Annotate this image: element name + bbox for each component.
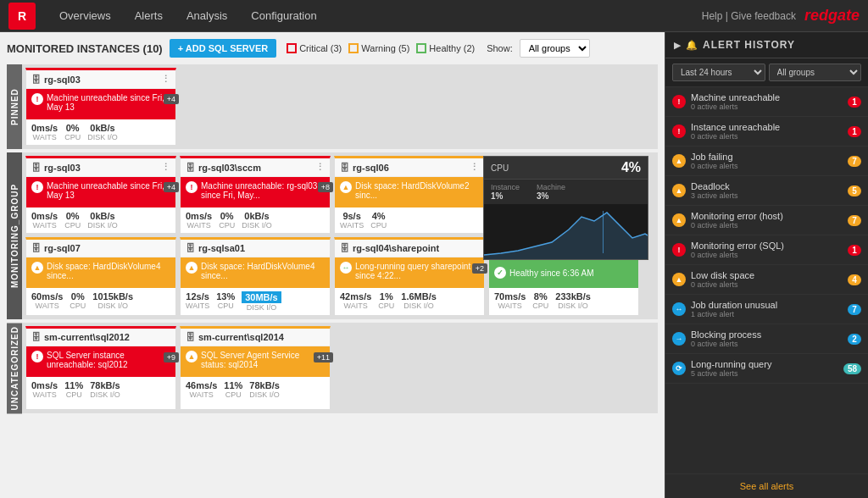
healthy-label: Healthy (2) bbox=[429, 43, 475, 53]
stat-disk: 30MB/sDISK I/O bbox=[242, 291, 281, 312]
alert-title: Monitoring error (SQL) bbox=[691, 241, 843, 251]
card-stats: 12s/sWAITS 13%CPU 30MB/sDISK I/O bbox=[181, 288, 330, 315]
card-name: rg-sql03\sccm bbox=[198, 163, 261, 173]
legend-critical: Critical (3) bbox=[287, 43, 342, 53]
group-filter-select[interactable]: All groups bbox=[769, 64, 862, 81]
alert-sub: 0 active alerts bbox=[691, 102, 843, 111]
add-sql-server-button[interactable]: + ADD SQL SERVER bbox=[170, 39, 276, 58]
alert-long-running-query[interactable]: ⟳ Long-running query 5 active alerts 58 bbox=[665, 354, 868, 384]
alert-row-text: Low disk space 0 active alerts bbox=[691, 270, 843, 289]
alert-monitoring-error-host[interactable]: ▲ Monitoring error (host) 0 active alert… bbox=[665, 206, 868, 235]
alert-low-disk[interactable]: ▲ Low disk space 0 active alerts 4 bbox=[665, 265, 868, 295]
tooltip-instance-val: 1% bbox=[491, 191, 520, 201]
tooltip-cpu-val: 4% bbox=[621, 160, 641, 175]
alert-count: 2 bbox=[848, 334, 861, 345]
tooltip-machine-label: Machine bbox=[537, 183, 565, 191]
card-menu[interactable]: ⋮ bbox=[470, 162, 479, 173]
tooltip-title: CPU bbox=[491, 163, 509, 173]
uncategorized-cards: 🗄 sm-current\sql2012 ! SQL Server instan… bbox=[22, 323, 658, 413]
alert-text: Disk space: HardDiskVolume4 since... bbox=[201, 262, 325, 280]
alert-count: 7 bbox=[848, 215, 861, 226]
alert-job-duration[interactable]: ↔ Job duration unusual 1 active alert 7 bbox=[665, 295, 868, 324]
card-rg-sql07[interactable]: 🗄 rg-sql07 ▲ Disk space: HardDiskVolume4… bbox=[25, 237, 176, 316]
card-badge: 4 bbox=[164, 94, 179, 104]
groups-select[interactable]: All groups bbox=[520, 39, 590, 58]
stat-label: DISK I/O bbox=[87, 133, 118, 141]
alert-count: 7 bbox=[848, 304, 861, 315]
card-rg-sql04-sharepoint[interactable]: 🗄 rg-sql04\sharepoint ↔ Long-running que… bbox=[334, 237, 485, 316]
tooltip-body: Instance 1% Machine 3% bbox=[484, 180, 648, 204]
alert-row-text: Job failing 0 active alerts bbox=[691, 152, 843, 170]
card-sm-sql2014[interactable]: 🗄 sm-current\sql2014 ▲ SQL Server Agent … bbox=[180, 326, 331, 410]
card-name: sm-current\sql2014 bbox=[198, 332, 284, 342]
tooltip-instance: Instance 1% bbox=[491, 183, 520, 201]
alert-title: Deadlock bbox=[691, 181, 843, 191]
card-rg-sql03-mon[interactable]: 🗄 rg-sql03 ⋮ ! Machine unreachable since… bbox=[25, 156, 176, 234]
alert-row-text: Instance unreachable 0 active alerts bbox=[691, 122, 843, 141]
alert-monitoring-error-sql[interactable]: ! Monitoring error (SQL) 0 active alerts… bbox=[665, 235, 868, 265]
card-rg-sql03-pinned[interactable]: 🗄 rg-sql03 ⋮ ! Machine unreachable since… bbox=[25, 68, 176, 146]
card-name: rg-sql04\sharepoint bbox=[353, 243, 439, 253]
uncategorized-section: UNCATEGORIZED 🗄 sm-current\sql2012 ! SQL… bbox=[7, 323, 658, 413]
nav-alerts[interactable]: Alerts bbox=[123, 0, 175, 32]
monitoring-error-sql-icon: ! bbox=[672, 243, 686, 257]
blocking-process-icon: → bbox=[672, 332, 686, 346]
card-menu[interactable]: ⋮ bbox=[161, 74, 170, 85]
card-header: 🗄 rg-sql04\sharepoint bbox=[335, 240, 484, 257]
card-header: 🗄 sm-current\sql2014 bbox=[181, 329, 330, 346]
card-header: 🗄 rg-sqlsa01 bbox=[181, 240, 330, 257]
card-stats: 70ms/sWAITS 8%CPU 233kB/sDISK I/O bbox=[489, 288, 638, 313]
stat-val: 0kB/s bbox=[90, 123, 114, 133]
alert-text: Long-running query sharepoint since 4:22… bbox=[355, 262, 479, 280]
alert-title: Monitoring error (host) bbox=[691, 211, 843, 221]
alert-count: 1 bbox=[848, 97, 861, 108]
nav-overviews[interactable]: Overviews bbox=[47, 0, 123, 32]
alert-machine-unreachable[interactable]: ! Machine unreachable 0 active alerts 1 bbox=[665, 87, 868, 117]
db-icon: 🗄 bbox=[186, 332, 195, 342]
alert-instance-unreachable[interactable]: ! Instance unreachable 0 active alerts 1 bbox=[665, 117, 868, 147]
alert-deadlock[interactable]: ▲ Deadlock 3 active alerts 5 bbox=[665, 176, 868, 206]
card-alert: ▲ Disk space: HardDiskVolume4 since... bbox=[26, 257, 175, 288]
card-menu[interactable]: ⋮ bbox=[161, 162, 170, 173]
stat-disk: 0kB/sDISK I/O bbox=[242, 211, 272, 230]
card-header: 🗄 rg-sql03 ⋮ bbox=[26, 70, 175, 89]
stat-cpu: 8%CPU bbox=[532, 291, 548, 310]
low-disk-icon: ▲ bbox=[672, 273, 686, 286]
card-badge: 2 bbox=[472, 263, 487, 274]
legend-warning: Warning (5) bbox=[348, 43, 409, 53]
db-icon: 🗄 bbox=[31, 332, 41, 342]
alert-job-failing[interactable]: ▲ Job failing 0 active alerts 7 bbox=[665, 147, 868, 176]
main-area: MONITORED INSTANCES (10) + ADD SQL SERVE… bbox=[0, 32, 868, 498]
legend-healthy: Healthy (2) bbox=[416, 43, 475, 53]
see-all-alerts-link[interactable]: See all alerts bbox=[740, 481, 794, 491]
card-alert: ✓ Healthy since 6:36 AM bbox=[489, 257, 638, 288]
card-rg-sql03-sccm[interactable]: 🗄 rg-sql03\sccm ⋮ ! Machine unreachable:… bbox=[180, 156, 331, 234]
card-name: rg-sql03 bbox=[44, 163, 81, 173]
alert-sub: 0 active alerts bbox=[691, 251, 843, 259]
nav-analysis[interactable]: Analysis bbox=[175, 0, 239, 32]
card-menu[interactable]: ⋮ bbox=[315, 162, 325, 173]
card-sm-sql2012[interactable]: 🗄 sm-current\sql2012 ! SQL Server instan… bbox=[25, 326, 176, 410]
cpu-tooltip: CPU 4% Instance 1% Machine 3% bbox=[483, 156, 648, 260]
alert-sub: 5 active alerts bbox=[691, 369, 838, 378]
job-duration-icon: ↔ bbox=[672, 302, 686, 316]
card-rg-sqlsa01[interactable]: 🗄 rg-sqlsa01 ▲ Disk space: HardDiskVolum… bbox=[180, 237, 331, 316]
help-link[interactable]: Help | Give feedback bbox=[702, 10, 796, 22]
tooltip-machine: Machine 3% bbox=[537, 183, 565, 201]
alert-text: Disk space: HardDiskVolume2 sinc... bbox=[355, 181, 479, 200]
card-badge: 8 bbox=[318, 182, 333, 192]
card-rg-sql06[interactable]: 🗄 rg-sql06 ⋮ ▲ Disk space: HardDiskVolum… bbox=[334, 156, 485, 234]
stat-waits: 46ms/sWAITS bbox=[186, 380, 217, 399]
nav-configuration[interactable]: Configuration bbox=[239, 0, 328, 32]
card-name: rg-sql03 bbox=[44, 75, 81, 85]
card-name: rg-sql07 bbox=[44, 243, 81, 253]
alert-title: Long-running query bbox=[691, 359, 838, 369]
stat-disk: 233kB/sDISK I/O bbox=[555, 291, 591, 310]
stat-disk: 78kB/sDISK I/O bbox=[90, 380, 120, 399]
card-stats: 0ms/sWAITS 0%CPU 0kB/sDISK I/O bbox=[181, 208, 330, 233]
stat-cpu: 11%CPU bbox=[64, 380, 83, 399]
alert-blocking-process[interactable]: → Blocking process 0 active alerts 2 bbox=[665, 324, 868, 354]
stat-disk: 0kB/sDISK I/O bbox=[87, 211, 118, 230]
time-filter-select[interactable]: Last 24 hours bbox=[672, 64, 765, 81]
expand-icon[interactable]: ▶ bbox=[674, 40, 681, 51]
